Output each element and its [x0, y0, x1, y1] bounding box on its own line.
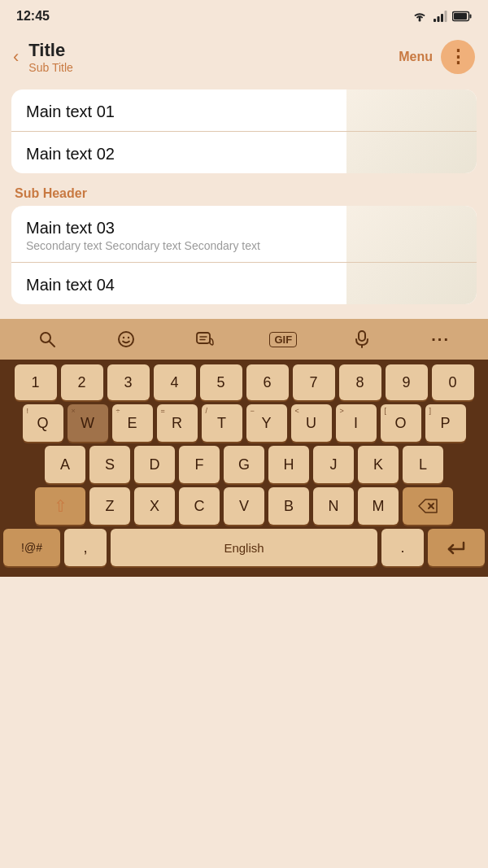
bottom-row: !@# , English . — [3, 529, 485, 566]
svg-point-10 — [119, 332, 133, 347]
key-s[interactable]: S — [89, 446, 130, 483]
key-f[interactable]: F — [179, 446, 220, 483]
key-w[interactable]: ×W — [68, 404, 108, 442]
search-icon — [38, 330, 56, 348]
status-time: 12:45 — [16, 9, 50, 24]
list-card-1: Main text 01 Main text 02 — [11, 89, 477, 173]
key-q[interactable]: !Q — [23, 404, 63, 442]
key-l[interactable]: L — [403, 446, 443, 483]
svg-point-0 — [419, 20, 421, 22]
key-z[interactable]: Z — [89, 487, 130, 525]
key-2[interactable]: 2 — [61, 364, 103, 400]
key-h[interactable]: H — [268, 446, 309, 483]
content-area: Main text 01 Main text 02 Sub Header Mai… — [0, 81, 488, 319]
key-i[interactable]: >I — [336, 404, 377, 442]
backspace-icon — [417, 498, 438, 514]
list-card-2: Main text 03 Secondary text Secondary te… — [11, 206, 477, 304]
status-bar: 12:45 — [0, 0, 488, 33]
key-5[interactable]: 5 — [200, 364, 242, 400]
zxcv-row: ⇧ Z X C V B N M — [3, 487, 485, 525]
asdf-row: A S D F G H J K L — [3, 446, 485, 483]
key-e[interactable]: ÷E — [112, 404, 153, 442]
period-key[interactable]: . — [381, 529, 424, 566]
shift-key[interactable]: ⇧ — [35, 487, 85, 525]
svg-rect-16 — [359, 331, 365, 341]
svg-point-8 — [41, 333, 50, 342]
key-1[interactable]: 1 — [15, 364, 57, 400]
symbols-key[interactable]: !@# — [3, 529, 60, 566]
comma-key[interactable]: , — [64, 529, 107, 566]
menu-dots-button[interactable]: ⋮ — [441, 40, 475, 74]
key-c[interactable]: C — [179, 487, 220, 525]
app-bar: ‹ Title Sub Title Menu ⋮ — [0, 33, 488, 81]
title-block: Title Sub Title — [28, 40, 399, 74]
svg-rect-6 — [470, 15, 472, 19]
svg-point-12 — [128, 337, 129, 338]
status-icons — [412, 10, 472, 23]
number-row: 1 2 3 4 5 6 7 8 9 0 — [3, 364, 485, 400]
back-button[interactable]: ‹ — [13, 46, 19, 68]
search-toolbar-button[interactable] — [29, 321, 65, 357]
key-4[interactable]: 4 — [154, 364, 196, 400]
qwerty-row: !Q ×W ÷E =R /T −Y <U >I [O ]P — [3, 404, 485, 442]
more-toolbar-button[interactable]: ··· — [423, 321, 459, 357]
key-a[interactable]: A — [45, 446, 85, 483]
key-x[interactable]: X — [134, 487, 175, 525]
emoji-toolbar-button[interactable] — [108, 321, 144, 357]
sticker-icon — [195, 330, 215, 348]
key-9[interactable]: 9 — [386, 364, 428, 400]
svg-line-9 — [50, 342, 54, 347]
main-text-1: Main text 01 — [26, 103, 115, 120]
app-title: Title — [28, 40, 399, 61]
key-d[interactable]: D — [134, 446, 175, 483]
svg-point-11 — [123, 337, 124, 338]
list-item-4[interactable]: Main text 04 — [11, 263, 477, 304]
menu-label[interactable]: Menu — [399, 50, 433, 64]
key-n[interactable]: N — [313, 487, 354, 525]
key-0[interactable]: 0 — [432, 364, 474, 400]
key-3[interactable]: 3 — [107, 364, 150, 400]
key-u[interactable]: <U — [291, 404, 332, 442]
svg-rect-13 — [197, 333, 210, 343]
enter-icon — [446, 539, 467, 556]
key-m[interactable]: M — [358, 487, 399, 525]
sub-header: Sub Header — [15, 186, 87, 200]
key-o[interactable]: [O — [381, 404, 421, 442]
shift-icon: ⇧ — [54, 496, 68, 516]
mic-icon — [355, 330, 369, 348]
gif-toolbar-button[interactable]: GIF — [265, 321, 301, 357]
list-item-1[interactable]: Main text 01 — [11, 89, 477, 132]
svg-rect-1 — [434, 19, 436, 22]
key-7[interactable]: 7 — [293, 364, 335, 400]
more-dots-icon: ··· — [431, 330, 450, 349]
backspace-key[interactable] — [403, 487, 453, 525]
key-g[interactable]: G — [224, 446, 264, 483]
emoji-icon — [117, 330, 135, 348]
key-k[interactable]: K — [358, 446, 399, 483]
sub-header-row: Sub Header — [11, 180, 477, 206]
svg-rect-2 — [438, 16, 440, 22]
key-8[interactable]: 8 — [339, 364, 381, 400]
key-p[interactable]: ]P — [425, 404, 466, 442]
key-j[interactable]: J — [313, 446, 354, 483]
gif-label: GIF — [269, 332, 297, 347]
list-item-2[interactable]: Main text 02 — [11, 132, 477, 173]
key-r[interactable]: =R — [157, 404, 198, 442]
sticker-toolbar-button[interactable] — [187, 321, 223, 357]
keyboard: 1 2 3 4 5 6 7 8 9 0 !Q ×W ÷E =R /T −Y <U… — [0, 360, 488, 577]
key-y[interactable]: −Y — [246, 404, 287, 442]
key-v[interactable]: V — [224, 487, 264, 525]
main-text-3: Main text 03 — [26, 219, 115, 237]
key-t[interactable]: /T — [202, 404, 242, 442]
list-item-3[interactable]: Main text 03 Secondary text Secondary te… — [11, 206, 477, 263]
keyboard-toolbar: GIF ··· — [0, 319, 488, 360]
key-6[interactable]: 6 — [246, 364, 289, 400]
enter-key[interactable] — [428, 529, 485, 566]
battery-icon — [452, 11, 472, 22]
svg-rect-7 — [454, 13, 467, 20]
mic-toolbar-button[interactable] — [344, 321, 380, 357]
space-key[interactable]: English — [111, 529, 377, 566]
main-text-2: Main text 02 — [26, 145, 115, 163]
wifi-icon — [412, 10, 428, 23]
key-b[interactable]: B — [268, 487, 309, 525]
